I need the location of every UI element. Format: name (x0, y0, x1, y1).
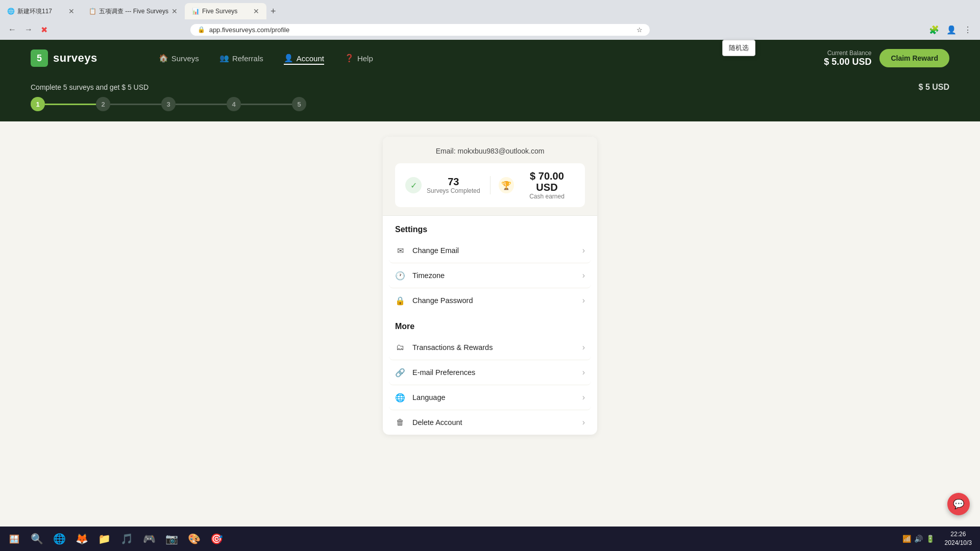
step-2: 2 (96, 97, 110, 111)
taskbar-explorer[interactable]: 📁 (94, 529, 114, 549)
reload-button[interactable]: ✖ (39, 23, 50, 37)
clock-date: 2024/10/3 (945, 539, 972, 547)
language-icon: 🌐 (395, 392, 405, 403)
browser-tab-3[interactable]: 📊 Five Surveys ✕ (185, 3, 266, 19)
browser-tab-1[interactable]: 🌐 新建环境117 ✕ (0, 3, 82, 19)
step-line-4 (241, 104, 292, 105)
transactions-icon: 🗂 (395, 342, 405, 353)
taskbar-clock[interactable]: 22:26 2024/10/3 (941, 530, 976, 547)
address-bar[interactable]: 🔒 app.fivesurveys.com/profile ☆ (190, 24, 650, 36)
step-1: 1 (31, 97, 45, 111)
tab2-title: 五项调查 --- Five Surveys (99, 7, 168, 16)
surveys-stat: ✓ 73 Surveys Completed (405, 176, 482, 194)
claim-reward-button[interactable]: Claim Reward (879, 49, 949, 67)
menu-item-language[interactable]: 🌐 Language › (389, 385, 591, 410)
progress-track: 1 2 3 4 5 (31, 97, 949, 111)
menu-item-transactions[interactable]: 🗂 Transactions & Rewards › (389, 335, 591, 360)
change-email-label: Change Email (412, 246, 575, 255)
change-email-chevron: › (582, 246, 585, 255)
logo[interactable]: 5 surveys (31, 49, 97, 67)
help-icon: ❓ (345, 54, 354, 63)
trophy-icon: 🏆 (499, 177, 514, 193)
start-button[interactable]: 🪟 (4, 529, 24, 549)
progress-header: Complete 5 surveys and get $ 5 USD $ 5 U… (31, 83, 949, 92)
tab-bar: 🌐 新建环境117 ✕ 📋 五项调查 --- Five Surveys ✕ 📊 … (0, 0, 980, 19)
taskbar-photos[interactable]: 📷 (161, 529, 182, 549)
main-content: Email: mokxbuu983@outlook.com ✓ 73 Surve… (0, 121, 980, 450)
tab3-favicon: 📊 (192, 8, 199, 15)
step-circle-4: 4 (227, 97, 241, 111)
delete-icon: 🗑 (395, 417, 405, 428)
stats-row: ✓ 73 Surveys Completed 🏆 $ 70.00 USD Cas… (395, 163, 585, 207)
step-line-2 (110, 104, 161, 105)
profile-card: Email: mokxbuu983@outlook.com ✓ 73 Surve… (383, 137, 597, 435)
step-line-3 (176, 104, 227, 105)
menu-item-delete-account[interactable]: 🗑 Delete Account › (389, 410, 591, 435)
delete-account-label: Delete Account (412, 418, 575, 427)
battery-icon: 🔋 (926, 535, 935, 543)
profile-button[interactable]: 👤 (944, 23, 959, 37)
url-text: app.fivesurveys.com/profile (209, 26, 632, 34)
tab2-close[interactable]: ✕ (172, 7, 178, 15)
surveys-count: 73 (427, 176, 480, 187)
tab1-close[interactable]: ✕ (68, 7, 75, 15)
cash-stat-text: $ 70.00 USD Cash earned (519, 170, 575, 200)
menu-item-timezone[interactable]: 🕐 Timezone › (389, 263, 591, 288)
step-line-1 (45, 104, 96, 105)
notification-text: 随机选 (729, 44, 749, 52)
lock-icon: 🔒 (395, 295, 405, 306)
app-container: 5 surveys 🏠 Surveys 👥 Referrals 👤 Accoun… (0, 40, 980, 450)
logo-number: 5 (37, 53, 42, 64)
lock-icon: 🔒 (198, 26, 205, 33)
tab1-title: 新建环境117 (17, 7, 65, 16)
surveys-label: Surveys Completed (427, 187, 480, 194)
tab3-close[interactable]: ✕ (253, 7, 259, 15)
chat-button[interactable]: 💬 (947, 493, 970, 515)
address-bar-row: ← → ✖ 🔒 app.fivesurveys.com/profile ☆ 🧩 … (0, 19, 980, 40)
email-prefs-icon: 🔗 (395, 367, 405, 378)
browser-tab-2[interactable]: 📋 五项调查 --- Five Surveys ✕ (82, 3, 185, 19)
back-button[interactable]: ← (6, 23, 18, 36)
nav-account[interactable]: 👤 Account (284, 52, 324, 65)
taskbar: 🪟 🔍 🌐 🦊 📁 🎵 🎮 📷 🎨 🎯 📶 🔊 🔋 22:26 2024/10/… (0, 527, 980, 551)
cash-stat: 🏆 $ 70.00 USD Cash earned (499, 170, 575, 200)
taskbar-game[interactable]: 🎮 (139, 529, 159, 549)
taskbar-chrome[interactable]: 🦊 (71, 529, 92, 549)
menu-button[interactable]: ⋮ (962, 23, 974, 37)
logo-icon: 5 (31, 49, 48, 67)
star-icon[interactable]: ☆ (636, 26, 643, 34)
balance-amount: $ 5.00 USD (824, 57, 871, 67)
progress-description: Complete 5 surveys and get $ 5 USD (31, 83, 149, 91)
taskbar-music[interactable]: 🎵 (116, 529, 137, 549)
nav-right: Current Balance $ 5.00 USD Claim Reward (824, 49, 949, 67)
taskbar-right: 📶 🔊 🔋 22:26 2024/10/3 (898, 530, 976, 547)
new-tab-button[interactable]: + (266, 3, 280, 19)
timezone-label: Timezone (412, 271, 575, 280)
notification-popup: 随机选 (722, 40, 755, 56)
top-nav: 5 surveys 🏠 Surveys 👥 Referrals 👤 Accoun… (0, 40, 980, 77)
menu-item-change-email[interactable]: ✉ Change Email › (389, 238, 591, 263)
profile-email: Email: mokxbuu983@outlook.com (395, 147, 585, 155)
progress-section: Complete 5 surveys and get $ 5 USD $ 5 U… (0, 77, 980, 121)
taskbar-search[interactable]: 🔍 (27, 529, 47, 549)
menu-item-email-prefs[interactable]: 🔗 E-mail Preferences › (389, 360, 591, 385)
cash-label: Cash earned (519, 193, 575, 200)
nav-help[interactable]: ❓ Help (345, 52, 373, 65)
nav-referrals[interactable]: 👥 Referrals (219, 52, 263, 65)
browser-actions: 🧩 👤 ⋮ (927, 23, 974, 37)
extensions-button[interactable]: 🧩 (927, 23, 941, 37)
step-4: 4 (227, 97, 241, 111)
sys-tray: 📶 🔊 🔋 (898, 535, 939, 543)
email-prefs-chevron: › (582, 368, 585, 377)
settings-menu-list: ✉ Change Email › 🕐 Timezone › 🔒 Change P… (383, 238, 597, 313)
menu-item-change-password[interactable]: 🔒 Change Password › (389, 288, 591, 313)
logo-text: surveys (53, 52, 97, 65)
email-label: Email: (436, 147, 456, 155)
taskbar-paint[interactable]: 🎨 (184, 529, 204, 549)
taskbar-extra[interactable]: 🎯 (206, 529, 227, 549)
forward-button[interactable]: → (22, 23, 35, 36)
settings-header: Settings (383, 216, 597, 238)
nav-surveys[interactable]: 🏠 Surveys (159, 52, 199, 65)
taskbar-edge[interactable]: 🌐 (49, 529, 69, 549)
cash-amount: $ 70.00 USD (519, 170, 575, 193)
